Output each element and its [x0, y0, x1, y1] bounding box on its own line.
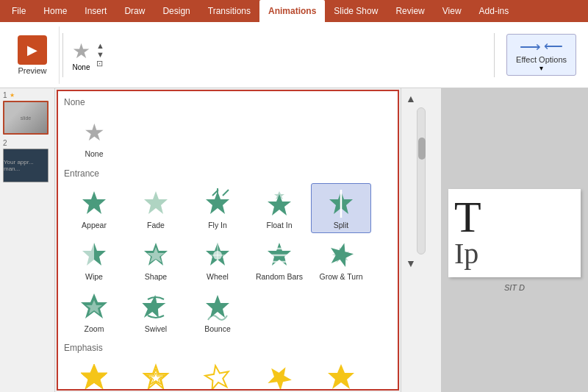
slide-2-thumb[interactable]: 2 Your appr... man...	[3, 139, 51, 182]
effect-options-section: ⟶ ⟵ Effect Options ▾	[498, 26, 582, 84]
ribbon-anim-none[interactable]: ★ None	[72, 39, 90, 71]
slide-preview-panel: T Ip SIT D	[441, 88, 588, 392]
scroll-track	[417, 107, 426, 254]
none-grid: ★ None	[64, 112, 392, 163]
scroll-up-button[interactable]: ▲	[403, 90, 440, 107]
ribbon-content: ▶ Preview ★ None ▲ ▼ ⊡	[0, 22, 588, 88]
emphasis-grid: Pulse Color Pulse	[64, 357, 392, 391]
animation-panel: None ★ None Entrance Appear	[57, 90, 399, 391]
svg-marker-13	[147, 247, 165, 263]
ribbon-divider-2	[494, 33, 495, 77]
swivel-label: Swivel	[145, 324, 167, 334]
anim-grow-turn[interactable]: Grow & Turn	[311, 235, 371, 285]
scroll-down-button[interactable]: ▼	[403, 254, 440, 272]
slide-1-number: 1 ★	[3, 91, 51, 99]
emphasis-section-label: Emphasis	[64, 343, 392, 353]
scroll-thumb[interactable]	[418, 138, 426, 160]
anim-fly-in[interactable]: Fly In	[187, 183, 248, 234]
preview-icon: ▶	[18, 35, 47, 65]
grow-turn-icon	[326, 240, 356, 271]
preview-section: ▶ Preview	[6, 26, 60, 84]
anim-bounce[interactable]: Bounce	[187, 287, 248, 338]
slide-1-animation-star: ★	[10, 92, 15, 99]
anim-grow-shrink[interactable]: Grow/Shrink	[311, 357, 371, 391]
anim-float-in[interactable]: Float In	[249, 183, 309, 234]
grow-shrink-icon	[326, 363, 356, 391]
anim-random-bars[interactable]: Random Bars	[249, 235, 309, 285]
svg-marker-34	[264, 363, 295, 391]
none-section-label: None	[64, 97, 392, 107]
tab-animations[interactable]: Animations	[259, 0, 325, 22]
fly-in-icon	[202, 188, 233, 219]
anim-pulse[interactable]: Pulse	[64, 357, 124, 391]
random-bars-label: Random Bars	[256, 272, 303, 282]
slide-1-image: slide	[3, 101, 49, 135]
tab-design[interactable]: Design	[154, 0, 198, 22]
split-icon	[326, 188, 356, 219]
gallery-down-arrow[interactable]: ▼	[96, 50, 104, 59]
scroll-area: ▲ ▼	[401, 88, 441, 274]
appear-icon	[79, 188, 110, 219]
wheel-label: Wheel	[207, 272, 229, 282]
anim-split[interactable]: Split	[311, 183, 371, 234]
tab-file[interactable]: File	[3, 0, 35, 22]
svg-marker-27	[206, 295, 229, 318]
tab-insert[interactable]: Insert	[76, 0, 115, 22]
float-in-label: Float In	[266, 221, 292, 230]
bounce-label: Bounce	[204, 324, 231, 334]
split-label: Split	[334, 221, 348, 230]
zoom-label: Zoom	[85, 324, 104, 334]
anim-teeter[interactable]: Teeter	[187, 357, 248, 391]
preview-label: Preview	[18, 66, 46, 75]
tab-addins[interactable]: Add-ins	[470, 0, 518, 22]
anim-none[interactable]: ★ None	[64, 112, 124, 163]
gallery-expand-arrow[interactable]: ⊡	[96, 59, 104, 68]
none-star-icon: ★	[72, 39, 90, 63]
bounce-icon	[202, 292, 233, 323]
wheel-icon	[202, 240, 233, 271]
pulse-icon	[79, 363, 110, 391]
gallery-up-arrow[interactable]: ▲	[96, 41, 104, 50]
tab-transitions[interactable]: Transitions	[199, 0, 259, 22]
anim-zoom[interactable]: Zoom	[64, 287, 124, 338]
anim-shape[interactable]: Shape	[126, 235, 186, 285]
svg-marker-33	[204, 364, 231, 391]
anim-color-pulse[interactable]: Color Pulse	[126, 357, 186, 391]
animation-gallery-ribbon: ★ None ▲ ▼ ⊡	[66, 39, 491, 71]
main-area: 1 ★ slide 2 Your appr... man... None	[0, 88, 588, 392]
anim-wheel[interactable]: Wheel	[187, 235, 248, 285]
slide-preview-text-Ip: Ip	[454, 239, 478, 268]
ribbon-divider	[62, 33, 63, 77]
shape-icon	[140, 240, 171, 271]
slide-panel: 1 ★ slide 2 Your appr... man...	[0, 88, 55, 392]
wipe-label: Wipe	[85, 272, 103, 282]
svg-marker-0	[82, 191, 106, 214]
tab-slideshow[interactable]: Slide Show	[325, 0, 387, 22]
anim-appear[interactable]: Appear	[64, 183, 124, 234]
anim-swivel[interactable]: Swivel	[126, 287, 186, 338]
effect-options-label: Effect Options	[516, 55, 567, 64]
svg-marker-6	[268, 194, 291, 215]
tab-home[interactable]: Home	[35, 0, 76, 22]
svg-marker-1	[144, 191, 168, 214]
svg-rect-11	[82, 243, 94, 268]
spin-icon	[264, 363, 295, 391]
anim-wipe[interactable]: Wipe	[64, 235, 124, 285]
anim-fade[interactable]: Fade	[126, 183, 186, 234]
svg-marker-2	[206, 191, 229, 214]
tab-draw[interactable]: Draw	[115, 0, 154, 22]
slide-2-number: 2	[3, 139, 51, 147]
anim-spin[interactable]: Spin	[249, 357, 309, 391]
slide-preview-text-T: T	[454, 195, 481, 239]
slide-preview-bottom-text: SIT D	[504, 283, 525, 292]
slide-1-thumb[interactable]: 1 ★ slide	[3, 91, 51, 135]
tab-review[interactable]: Review	[387, 0, 433, 22]
effect-options-button[interactable]: ⟶ ⟵ Effect Options ▾	[506, 34, 576, 76]
entrance-section-label: Entrance	[64, 168, 392, 179]
right-panel: ▲ ▼	[401, 88, 441, 392]
slide-preview: T Ip	[448, 189, 581, 277]
preview-button[interactable]: ▶ Preview	[12, 32, 53, 78]
tab-view[interactable]: View	[434, 0, 470, 22]
entrance-grid: Appear Fade	[64, 183, 392, 338]
gallery-scroll: ▲ ▼ ⊡	[96, 41, 104, 68]
